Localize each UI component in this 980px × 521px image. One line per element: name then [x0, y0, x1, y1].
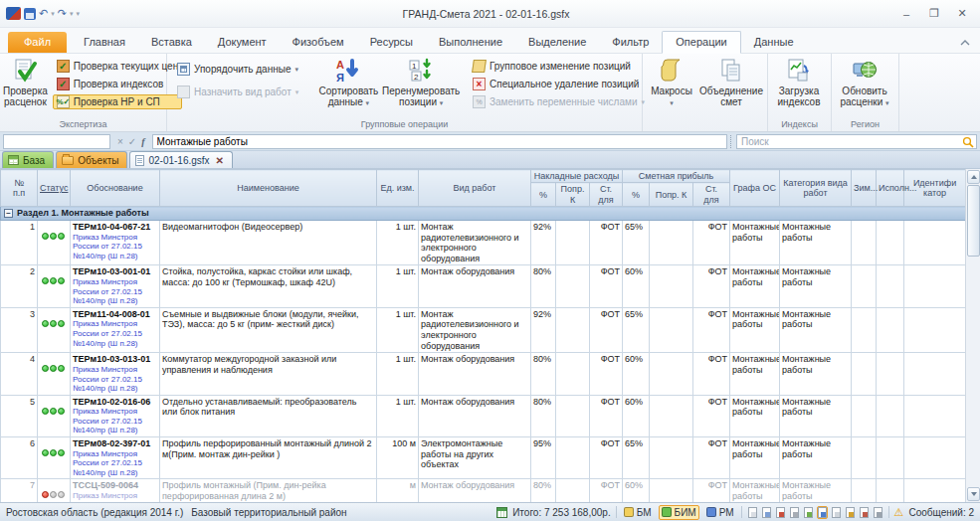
- doc-state-icon[interactable]: [831, 506, 842, 519]
- section-header-row[interactable]: −Раздел 1. Монтажные работы: [1, 207, 966, 221]
- cell-unit[interactable]: 1 шт.: [377, 353, 419, 395]
- table-row[interactable]: 4ТЕРм10-03-013-01Приказ Минстроя России …: [1, 353, 966, 395]
- cell-row-number[interactable]: 3: [1, 307, 38, 352]
- cell-unit[interactable]: 1 шт.: [377, 221, 419, 265]
- cell-work-type[interactable]: Монтаж оборудования: [419, 353, 531, 395]
- replace-variables-button[interactable]: % Заменить переменные числами ▾: [469, 94, 636, 109]
- special-delete-positions-button[interactable]: × Специальное удаление позиций: [469, 77, 636, 91]
- renumber-positions-button[interactable]: 1 2 Перенумеровать позиции ▾: [377, 56, 465, 109]
- col-header-nr-st[interactable]: Ст. для: [590, 183, 623, 207]
- redo-dropdown-icon[interactable]: ▾: [70, 10, 74, 18]
- mode-rm-toggle[interactable]: РМ: [704, 506, 736, 519]
- cell-sp-percent[interactable]: 60%: [623, 353, 650, 395]
- load-indexes-button[interactable]: Загрузка индексов: [770, 56, 828, 109]
- cell-sp-base[interactable]: ФОТ: [693, 479, 730, 502]
- cell-name[interactable]: Отдельно устанавливаемый: преобразовател…: [160, 395, 377, 436]
- cell-nr-k[interactable]: [556, 479, 590, 502]
- table-row[interactable]: 5ТЕРм10-02-016-06Приказ Минстроя России …: [1, 395, 966, 436]
- cell-justification[interactable]: ТЕРм11-04-008-01Приказ Минстроя России о…: [71, 307, 160, 352]
- cell-winter[interactable]: [852, 437, 877, 479]
- sort-data-button[interactable]: А Я Сортировать данные ▾: [319, 56, 377, 109]
- cell-grafa-os[interactable]: Монтажные работы: [730, 307, 780, 352]
- doc-state-icon[interactable]: [803, 506, 814, 519]
- cell-status[interactable]: [38, 479, 71, 502]
- cell-status[interactable]: [38, 307, 71, 352]
- cell-identifier[interactable]: [904, 437, 966, 479]
- cell-sp-percent[interactable]: 60%: [623, 265, 650, 307]
- cell-work-type[interactable]: Монтаж оборудования: [419, 479, 531, 502]
- scrollbar-thumb[interactable]: [967, 185, 980, 257]
- check-current-prices-button[interactable]: ✓ Проверка текущих цен: [53, 59, 182, 74]
- cell-category[interactable]: Монтажные работы: [780, 437, 852, 479]
- collapse-section-icon[interactable]: −: [4, 209, 13, 218]
- formula-value-input[interactable]: [152, 134, 727, 149]
- col-header-profit[interactable]: Сметная прибыль: [623, 170, 730, 183]
- scroll-down-icon[interactable]: [967, 487, 980, 501]
- assign-work-type-button[interactable]: Назначить вид работ ▾: [173, 85, 315, 99]
- cell-winter[interactable]: [852, 395, 877, 436]
- search-input[interactable]: [737, 136, 976, 147]
- cell-name[interactable]: Видеомагнитофон (Видеосервер): [160, 221, 377, 265]
- tab-fizobem[interactable]: Физобъем: [280, 32, 357, 53]
- check-nr-sp-button[interactable]: %✓ Проверка НР и СП: [53, 94, 182, 109]
- cell-sp-base[interactable]: ФОТ: [693, 395, 730, 436]
- cell-unit[interactable]: 1 шт.: [377, 395, 419, 436]
- cell-reference-box[interactable]: [3, 134, 110, 149]
- cell-grafa-os[interactable]: Монтажные работы: [730, 437, 780, 479]
- cell-sp-k[interactable]: [650, 221, 693, 265]
- close-button[interactable]: ✕: [948, 4, 976, 24]
- cell-work-type[interactable]: Электромонтажные работы на других объект…: [419, 437, 531, 479]
- cell-nr-percent[interactable]: 80%: [531, 265, 556, 307]
- cell-executor[interactable]: [877, 307, 904, 352]
- cell-sp-k[interactable]: [650, 353, 693, 395]
- cancel-edit-icon[interactable]: ×: [117, 136, 123, 147]
- col-header-winter[interactable]: Зим...: [852, 170, 877, 207]
- cell-name[interactable]: Профиль перфорированный монтажный длиной…: [160, 437, 377, 479]
- cell-grafa-os[interactable]: Монтажные работы: [730, 221, 780, 265]
- cell-nr-base[interactable]: ФОТ: [590, 221, 623, 265]
- cell-justification[interactable]: ТЕРм10-03-001-01Приказ Минстроя России о…: [71, 265, 160, 307]
- tab-filtr[interactable]: Фильтр: [599, 32, 662, 53]
- cell-nr-percent[interactable]: 92%: [531, 221, 556, 265]
- cell-status[interactable]: [38, 265, 71, 307]
- cell-executor[interactable]: [877, 479, 904, 502]
- save-icon[interactable]: [24, 8, 36, 20]
- cell-nr-percent[interactable]: 95%: [531, 437, 556, 479]
- cell-unit[interactable]: 1 шт.: [377, 265, 419, 307]
- cell-executor[interactable]: [877, 437, 904, 479]
- search-icon[interactable]: [962, 136, 974, 148]
- cell-name[interactable]: Коммутатор междугородной заказной или уп…: [160, 353, 377, 395]
- splitter-handle[interactable]: [730, 135, 733, 148]
- cell-category[interactable]: Монтажные работы: [780, 395, 852, 436]
- col-header-num[interactable]: № п.п: [1, 170, 38, 207]
- collapse-ribbon-icon[interactable]: [958, 37, 972, 49]
- cell-unit[interactable]: м: [377, 479, 419, 502]
- doc-tab-base[interactable]: База: [2, 151, 54, 168]
- doc-state-icon[interactable]: [873, 506, 883, 519]
- cell-status[interactable]: [38, 437, 71, 479]
- cell-grafa-os[interactable]: Монтажные работы: [730, 265, 780, 307]
- cell-category[interactable]: Монтажные работы: [780, 353, 852, 395]
- cell-winter[interactable]: [852, 479, 877, 502]
- col-header-category[interactable]: Категория вида работ: [780, 170, 852, 207]
- col-header-grafa-os[interactable]: Графа ОС: [730, 170, 780, 207]
- cell-identifier[interactable]: [904, 307, 966, 352]
- cell-justification[interactable]: ТЕРм08-02-397-01Приказ Минстроя России о…: [71, 437, 160, 479]
- cell-status[interactable]: [38, 221, 71, 265]
- cell-sp-k[interactable]: [650, 307, 693, 352]
- cell-category[interactable]: Монтажные работы: [780, 479, 852, 502]
- tab-file[interactable]: Файл: [8, 32, 67, 53]
- cell-nr-percent[interactable]: 80%: [531, 395, 556, 436]
- cell-unit[interactable]: 100 м: [377, 437, 419, 479]
- table-row[interactable]: 7ТССЦ-509-0064Приказ Минстроя России от …: [1, 479, 966, 502]
- cell-grafa-os[interactable]: Монтажные работы: [730, 353, 780, 395]
- cell-nr-k[interactable]: [556, 221, 590, 265]
- cell-winter[interactable]: [852, 353, 877, 395]
- cell-nr-k[interactable]: [556, 395, 590, 436]
- cell-row-number[interactable]: 1: [1, 221, 38, 265]
- cell-nr-base[interactable]: ФОТ: [590, 395, 623, 436]
- cell-nr-k[interactable]: [556, 353, 590, 395]
- doc-state-icon[interactable]: [859, 506, 870, 519]
- col-header-status[interactable]: Статус: [38, 170, 71, 207]
- mode-bim-toggle[interactable]: БИМ: [659, 505, 699, 520]
